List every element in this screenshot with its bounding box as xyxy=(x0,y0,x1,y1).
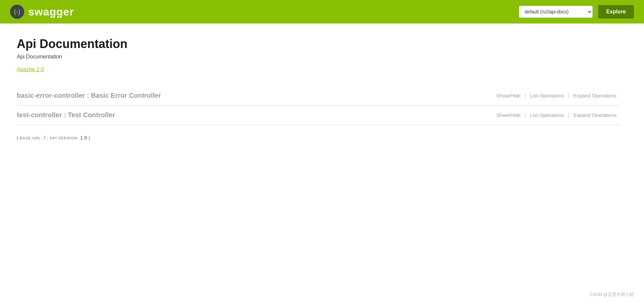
api-docs-select[interactable]: default (/v2/api-docs) xyxy=(519,6,593,18)
show-hide-link-0[interactable]: Show/Hide xyxy=(492,91,525,100)
base-url-label: Base URL: xyxy=(19,136,43,140)
watermark: CSDN @百思不得小赵 xyxy=(590,292,634,298)
controller-row: basic-error-controller : Basic Error Con… xyxy=(17,86,621,105)
controller-row: test-controller : Test Controller Show/H… xyxy=(17,105,621,125)
base-url-value: / xyxy=(44,135,47,140)
swagger-title: swagger xyxy=(28,6,74,18)
expand-operations-link-0[interactable]: Expand Operations xyxy=(570,91,621,100)
license-link[interactable]: Apache 2.0 xyxy=(17,67,44,73)
list-operations-link-1[interactable]: List Operations xyxy=(526,111,568,119)
controller-actions: Show/Hide | List Operations | Expand Ope… xyxy=(492,91,621,100)
api-version-label: API Version: xyxy=(50,136,79,140)
page-subtitle: Api Documentation xyxy=(17,54,621,60)
explore-button[interactable]: Explore xyxy=(598,5,634,18)
bracket-open: [ xyxy=(17,135,19,140)
controller-name: basic-error-controller : Basic Error Con… xyxy=(17,92,161,99)
expand-operations-link-1[interactable]: Expand Operations xyxy=(570,111,621,119)
main-content: Api Documentation Api Documentation Apac… xyxy=(0,24,637,154)
controller-name: test-controller : Test Controller xyxy=(17,111,115,119)
controllers-section: basic-error-controller : Basic Error Con… xyxy=(17,86,621,125)
bracket-close: ] xyxy=(89,135,90,140)
app-header: {-} swagger default (/v2/api-docs) Explo… xyxy=(0,0,644,24)
api-version-value: 1.0 xyxy=(80,135,89,140)
footer-info: [ Base URL: / , API Version: 1.0 ] xyxy=(17,135,621,140)
header-brand: {-} swagger xyxy=(10,5,74,19)
list-operations-link-0[interactable]: List Operations xyxy=(526,91,568,100)
page-title: Api Documentation xyxy=(17,37,621,51)
swagger-logo-icon: {-} xyxy=(10,5,24,19)
header-controls: default (/v2/api-docs) Explore xyxy=(519,5,634,18)
controller-actions: Show/Hide | List Operations | Expand Ope… xyxy=(492,111,621,119)
show-hide-link-1[interactable]: Show/Hide xyxy=(492,111,525,119)
